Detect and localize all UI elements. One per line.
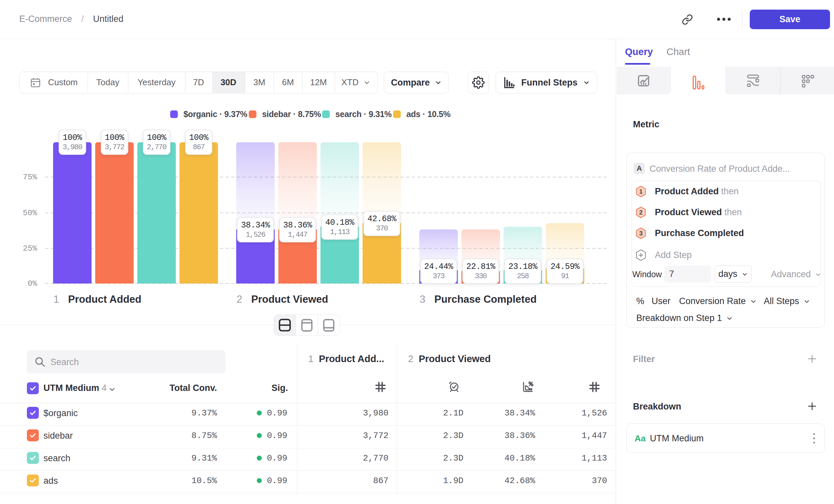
svg-text:2: 2 (639, 209, 643, 216)
svg-text:1: 1 (639, 188, 643, 195)
svg-text:3: 3 (639, 230, 643, 237)
